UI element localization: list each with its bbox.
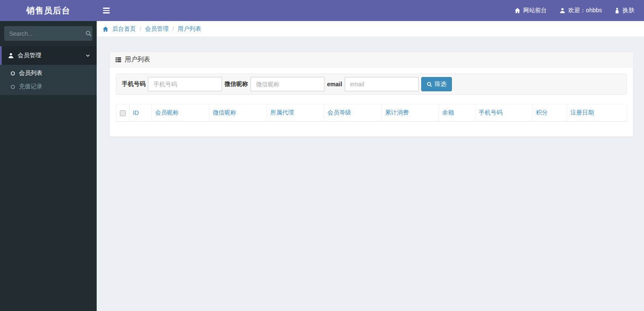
search-icon (85, 30, 92, 37)
breadcrumb: 后台首页 / 会员管理 / 用户列表 (97, 21, 644, 37)
nav-link-frontend[interactable]: 网站前台 (508, 0, 553, 21)
nav-link-change-skin[interactable]: 换肤 (608, 0, 641, 21)
column-header-member-level[interactable]: 会员等级 (324, 104, 382, 122)
breadcrumb-item-home[interactable]: 后台首页 (112, 25, 136, 33)
search-icon (427, 82, 432, 87)
user-icon (560, 8, 565, 13)
column-header-id[interactable]: ID (129, 104, 152, 122)
main-content-area: 后台首页 / 会员管理 / 用户列表 用户列表 手机号码 (97, 21, 644, 311)
sidebar-item-recharge-records[interactable]: 充值记录 (0, 80, 97, 93)
hamburger-icon (103, 10, 110, 11)
th-list-icon (115, 57, 121, 63)
column-header-register-date[interactable]: 注册日期 (567, 104, 627, 122)
sidebar-item-label: 充值记录 (19, 83, 42, 90)
table-header-row: ID 会员昵称 微信昵称 所属代理 会员等级 累计消费 余额 手机号码 积分 注… (116, 104, 627, 122)
filter-group-phone: 手机号码 (122, 77, 222, 91)
column-header-agent[interactable]: 所属代理 (267, 104, 324, 122)
phone-label: 手机号码 (122, 80, 145, 88)
sidebar-item-member-management[interactable]: 会员管理 (0, 46, 97, 65)
filter-button-label: 筛选 (435, 80, 446, 88)
nav-link-label: 网站前台 (523, 7, 547, 14)
sidebar-menu: 会员管理 会员列表 充值记录 (0, 46, 97, 95)
circle-outline-icon (11, 85, 15, 89)
select-all-cell (116, 104, 129, 122)
breadcrumb-separator: / (172, 26, 174, 32)
column-header-wechat-nickname[interactable]: 微信昵称 (209, 104, 267, 122)
sidebar-submenu: 会员列表 充值记录 (0, 65, 97, 95)
user-icon (8, 53, 14, 58)
nav-link-welcome-user[interactable]: 欢迎：ohbbs (553, 0, 608, 21)
breadcrumb-separator: / (140, 26, 141, 32)
wechat-nickname-input[interactable] (251, 77, 325, 91)
email-label: email (327, 81, 342, 88)
sidebar-search-button[interactable] (85, 30, 92, 37)
column-header-points[interactable]: 积分 (533, 104, 567, 122)
hamburger-icon (103, 8, 110, 9)
user-table: ID 会员昵称 微信昵称 所属代理 会员等级 累计消费 余额 手机号码 积分 注… (116, 104, 627, 122)
filter-group-wechat-nickname: 微信昵称 (224, 77, 325, 91)
panel-header: 用户列表 (110, 52, 633, 67)
sidebar-search-box (4, 26, 92, 41)
sidebar-toggle-button[interactable] (97, 0, 116, 21)
sidebar-item-label: 会员管理 (18, 52, 85, 59)
user-list-panel: 用户列表 手机号码 微信昵称 email (109, 52, 633, 137)
phone-input[interactable] (148, 77, 222, 91)
home-icon (103, 26, 108, 32)
column-header-member-nickname[interactable]: 会员昵称 (152, 104, 209, 122)
panel-title: 用户列表 (125, 56, 150, 64)
nav-link-label: 欢迎：ohbbs (568, 7, 602, 14)
filter-submit-button[interactable]: 筛选 (421, 77, 452, 91)
select-all-checkbox[interactable] (120, 110, 126, 116)
navbar-right-menu: 网站前台 欢迎：ohbbs 换肤 (508, 0, 644, 21)
sidebar-item-member-list[interactable]: 会员列表 (0, 66, 97, 80)
filter-group-email: email (327, 77, 419, 91)
skin-icon (615, 8, 620, 13)
user-table-container: ID 会员昵称 微信昵称 所属代理 会员等级 累计消费 余额 手机号码 积分 注… (116, 104, 627, 122)
column-header-phone[interactable]: 手机号码 (475, 104, 533, 122)
chevron-down-icon (85, 53, 90, 58)
breadcrumb-item-user-list[interactable]: 用户列表 (178, 25, 201, 33)
circle-outline-icon (11, 71, 15, 76)
wechat-nickname-label: 微信昵称 (224, 80, 248, 88)
column-header-balance[interactable]: 余额 (439, 104, 475, 122)
sidebar: 会员管理 会员列表 充值记录 (0, 21, 97, 311)
email-input[interactable] (345, 77, 419, 91)
breadcrumb-item-member-management[interactable]: 会员管理 (145, 25, 169, 33)
hamburger-icon (103, 12, 110, 13)
sidebar-search-input[interactable] (9, 30, 85, 37)
panel-body: 手机号码 微信昵称 email 筛选 (110, 67, 633, 136)
top-navbar: 销售员后台 网站前台 欢迎：ohbbs 换肤 (0, 0, 644, 21)
home-icon (515, 8, 520, 13)
sidebar-item-label: 会员列表 (19, 69, 42, 77)
filter-form: 手机号码 微信昵称 email 筛选 (116, 74, 627, 95)
column-header-total-spend[interactable]: 累计消费 (382, 104, 439, 122)
app-brand: 销售员后台 (0, 0, 97, 21)
page-content: 用户列表 手机号码 微信昵称 email (97, 37, 644, 137)
nav-link-label: 换肤 (623, 7, 634, 14)
